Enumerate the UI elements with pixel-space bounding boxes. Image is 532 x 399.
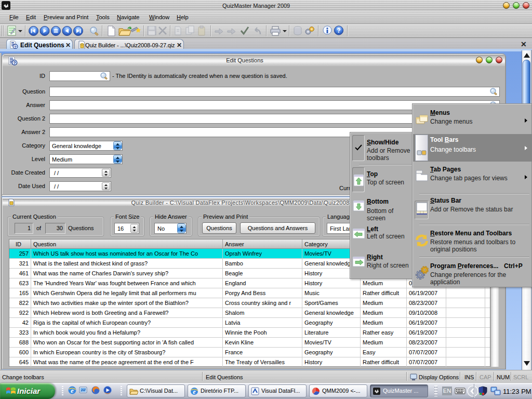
svg-text:e: e [71, 387, 74, 394]
svg-text:?: ? [13, 60, 16, 65]
svg-text:?: ? [337, 27, 340, 34]
